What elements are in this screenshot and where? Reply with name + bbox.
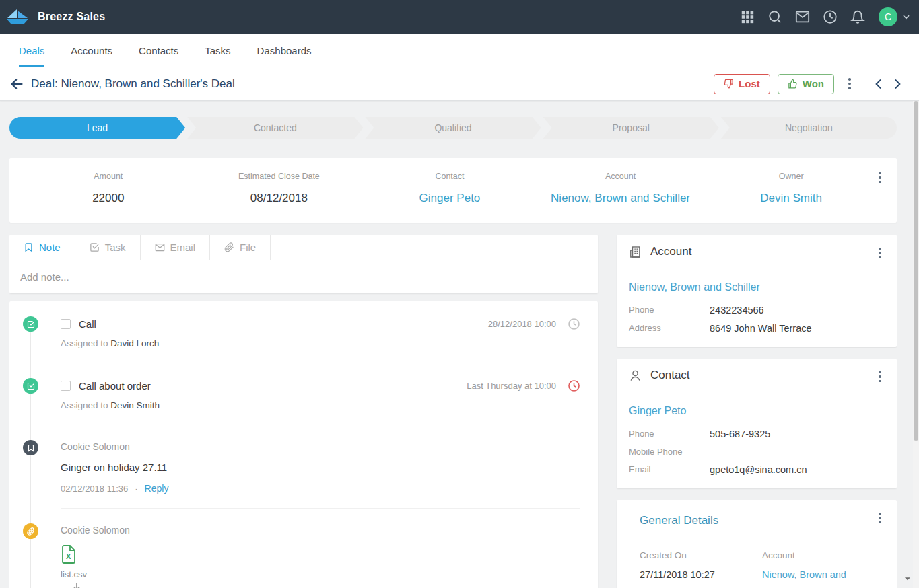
contact-kebab-icon[interactable]: [874, 369, 886, 384]
note-timestamp: 02/12/2018 11:36: [61, 484, 128, 494]
reply-link[interactable]: Reply: [145, 483, 169, 494]
scrollbar-thumb[interactable]: [914, 101, 918, 441]
summary-field-amount: Amount 22000: [23, 172, 194, 205]
summary-field-account: Account Nienow, Brown and Schiller: [535, 172, 706, 205]
previous-deal-chevron-left-icon[interactable]: [872, 77, 885, 91]
account-name-link[interactable]: Nienow, Brown and Schiller: [629, 281, 760, 293]
field-label: Account: [535, 172, 706, 181]
feed-task-entry: Call 28/12/2018 10:00 Assigned to David …: [9, 301, 598, 363]
task-checkbox[interactable]: [61, 319, 71, 329]
field-value: 22000: [23, 192, 194, 205]
stage-contacted[interactable]: Contacted: [187, 117, 363, 139]
feed-note-entry: Cookie Solomon Ginger on holiday 27.11 0…: [9, 425, 598, 509]
row-label: Phone: [629, 429, 710, 439]
download-icon[interactable]: [71, 583, 83, 588]
general-details-kebab-icon[interactable]: [874, 511, 886, 525]
history-clock-icon[interactable]: [823, 9, 838, 24]
task-title: Call: [79, 318, 96, 330]
mail-icon[interactable]: [795, 9, 810, 24]
won-button[interactable]: Won: [778, 74, 834, 94]
file-author: Cookie Solomon: [61, 525, 580, 536]
stage-negotiation[interactable]: Negotiation: [721, 117, 897, 139]
summary-field-owner: Owner Devin Smith: [706, 172, 877, 205]
user-avatar[interactable]: C: [879, 7, 897, 26]
account-link[interactable]: Nienow, Brown and Schiller: [551, 192, 690, 205]
assigned-line: Assigned to Devin Smith: [61, 400, 580, 410]
contact-name-link[interactable]: Ginger Peto: [629, 405, 686, 416]
task-timestamp: Last Thursday at 10:00: [467, 381, 556, 391]
summary-field-close-date: Estimated Close Date 08/12/2018: [194, 172, 365, 205]
note-text: Ginger on holiday 27.11: [61, 462, 580, 473]
envelope-icon: [155, 242, 165, 252]
composer-tab-label: Email: [170, 242, 196, 253]
add-note-input[interactable]: Add note...: [9, 260, 598, 293]
stage-qualified[interactable]: Qualified: [365, 117, 541, 139]
won-button-label: Won: [803, 78, 824, 89]
field-label: Amount: [23, 172, 194, 181]
building-icon: [629, 246, 642, 258]
field-value: 08/12/2018: [194, 192, 365, 205]
feed-file-entry: Cookie Solomon X list.csv: [9, 509, 598, 588]
composer-tab-file[interactable]: File: [210, 235, 271, 260]
assignee-name: Devin Smith: [110, 400, 160, 410]
tab-contacts[interactable]: Contacts: [139, 34, 178, 67]
paperclip-icon: [224, 242, 234, 252]
lost-button-label: Lost: [739, 78, 760, 89]
task-checkbox[interactable]: [61, 381, 71, 391]
back-arrow-icon[interactable]: [9, 77, 24, 91]
spreadsheet-file-icon[interactable]: X: [61, 545, 77, 564]
composer-tab-label: Note: [39, 242, 61, 253]
field-label: Owner: [706, 172, 877, 181]
top-bar: Breezz Sales C: [0, 0, 919, 34]
tab-deals[interactable]: Deals: [19, 34, 44, 67]
owner-link[interactable]: Devin Smith: [760, 192, 822, 205]
pipeline-stage-bar: Lead Contacted Qualified Proposal Negoti…: [9, 117, 897, 139]
lost-button[interactable]: Lost: [714, 74, 770, 94]
user-menu-chevron-down-icon[interactable]: [901, 12, 911, 22]
general-field-created-on: Created On 27/11/2018 10:27: [640, 550, 762, 580]
next-deal-chevron-right-icon[interactable]: [891, 77, 904, 91]
task-timestamp: 28/12/2018 10:00: [488, 319, 556, 329]
check-square-icon: [90, 242, 100, 252]
row-value: 8649 John Wall Terrace: [710, 323, 812, 334]
contact-link[interactable]: Ginger Peto: [419, 192, 481, 205]
composer-tab-label: File: [240, 242, 256, 253]
search-icon[interactable]: [768, 9, 782, 24]
row-label: Address: [629, 323, 710, 334]
detail-row: Mobile Phone: [629, 447, 885, 457]
note-author: Cookie Solomon: [61, 441, 580, 452]
person-icon: [629, 369, 642, 382]
field-label: Account: [762, 550, 885, 560]
vertical-scrollbar[interactable]: [913, 101, 919, 588]
composer-tabs: Note Task Email File: [9, 235, 598, 260]
completed-task-badge-icon: [23, 316, 38, 332]
content-area: Lead Contacted Qualified Proposal Negoti…: [0, 101, 919, 588]
row-value: 505-687-9325: [710, 429, 770, 439]
apps-grid-icon[interactable]: [740, 9, 755, 24]
module-nav: Deals Accounts Contacts Tasks Dashboards: [0, 34, 919, 67]
reschedule-clock-icon[interactable]: [568, 318, 580, 330]
composer-tab-task[interactable]: Task: [75, 235, 141, 260]
deal-header: Deal: Nienow, Brown and Schiller's Deal …: [0, 67, 919, 101]
scroll-down-arrow-icon[interactable]: [903, 574, 912, 583]
tab-tasks[interactable]: Tasks: [205, 34, 230, 67]
app-title: Breezz Sales: [38, 11, 105, 23]
feed-task-entry: Call about order Last Thursday at 10:00 …: [9, 363, 598, 425]
tab-accounts[interactable]: Accounts: [71, 34, 112, 67]
detail-row: Phone 505-687-9325: [629, 429, 885, 439]
account-link[interactable]: Nienow, Brown and: [762, 569, 846, 580]
composer-tab-email[interactable]: Email: [141, 235, 211, 260]
general-details-card: General Details Created On 27/11/2018 10…: [617, 500, 897, 588]
notifications-bell-icon[interactable]: [850, 9, 865, 24]
assigned-line: Assigned to David Lorch: [61, 338, 580, 348]
composer-tab-note[interactable]: Note: [9, 235, 75, 260]
tab-dashboards[interactable]: Dashboards: [257, 34, 312, 67]
completed-task-badge-icon: [23, 378, 38, 394]
stage-proposal[interactable]: Proposal: [543, 117, 719, 139]
detail-row: Email gpeto1q@sina.com.cn: [629, 464, 885, 475]
stage-lead[interactable]: Lead: [9, 117, 185, 139]
account-kebab-icon[interactable]: [874, 246, 886, 260]
deal-actions-kebab-icon[interactable]: [844, 77, 856, 91]
summary-kebab-icon[interactable]: [874, 170, 886, 185]
overdue-clock-icon[interactable]: [568, 379, 580, 392]
